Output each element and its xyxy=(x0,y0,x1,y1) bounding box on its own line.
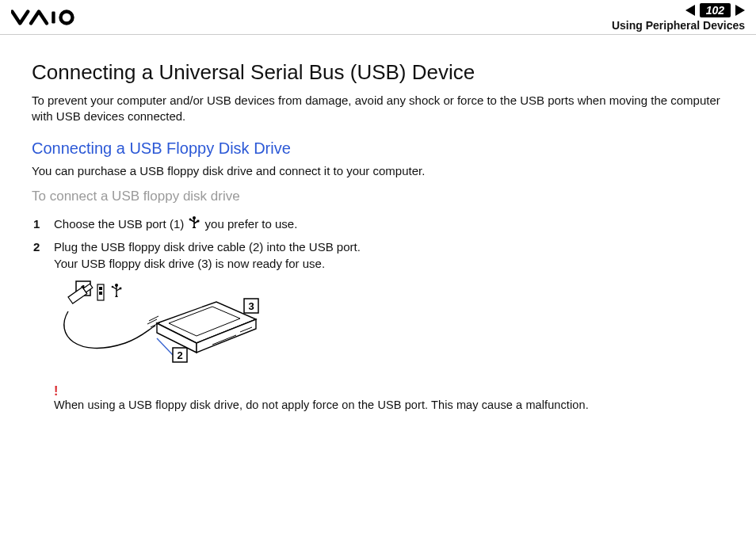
svg-point-1 xyxy=(61,11,73,23)
caution-text: When using a USB floppy disk drive, do n… xyxy=(54,399,724,411)
subsection-title: Connecting a USB Floppy Disk Drive xyxy=(32,139,724,158)
header-right: 102 Using Peripheral Devices xyxy=(612,3,745,32)
callout-label: 3 xyxy=(248,300,254,312)
document-page: 102 Using Peripheral Devices Connecting … xyxy=(0,0,756,534)
svg-rect-5 xyxy=(197,220,200,223)
section-label: Using Peripheral Devices xyxy=(612,19,745,32)
step-item: 2 Plug the USB floppy disk drive cable (… xyxy=(54,238,724,272)
top-bar: 102 Using Peripheral Devices xyxy=(0,0,756,35)
next-page-arrow-icon[interactable] xyxy=(735,5,745,16)
svg-rect-9 xyxy=(99,292,102,295)
usb-icon xyxy=(189,216,200,234)
illustration: 1 xyxy=(54,280,724,378)
intro-paragraph: To prevent your computer and/or USB devi… xyxy=(32,93,724,125)
step-number: 2 xyxy=(33,238,40,255)
svg-point-12 xyxy=(112,286,114,288)
step-text: you prefer to use. xyxy=(205,217,298,231)
step-text: Plug the USB floppy disk drive cable (2)… xyxy=(54,240,361,254)
svg-rect-0 xyxy=(52,11,55,23)
step-number: 1 xyxy=(33,216,40,232)
vaio-logo-svg xyxy=(11,9,90,26)
caution-icon: ! xyxy=(54,384,724,399)
step-item: 1 Choose the USB port (1) you prefer to … xyxy=(54,216,724,235)
prev-page-arrow-icon[interactable] xyxy=(685,5,695,16)
callout-label: 2 xyxy=(177,349,182,361)
page-nav: 102 xyxy=(685,3,745,17)
step-text: Your USB floppy disk drive (3) is now re… xyxy=(54,257,325,270)
page-title: Connecting a Universal Serial Bus (USB) … xyxy=(32,60,724,85)
steps-list: 1 Choose the USB port (1) you prefer to … xyxy=(32,216,724,273)
subsection-intro: You can purchase a USB floppy disk drive… xyxy=(32,164,724,177)
step-text: Choose the USB port (1) xyxy=(54,217,187,231)
procedure-title: To connect a USB floppy disk drive xyxy=(32,189,724,204)
svg-rect-8 xyxy=(99,287,102,290)
vaio-logo xyxy=(11,9,90,26)
usb-floppy-diagram: 1 xyxy=(54,280,268,375)
svg-point-4 xyxy=(189,219,192,221)
page-content: Connecting a Universal Serial Bus (USB) … xyxy=(0,35,756,419)
svg-rect-13 xyxy=(120,288,122,290)
page-number: 102 xyxy=(700,3,731,17)
svg-line-16 xyxy=(157,338,173,355)
